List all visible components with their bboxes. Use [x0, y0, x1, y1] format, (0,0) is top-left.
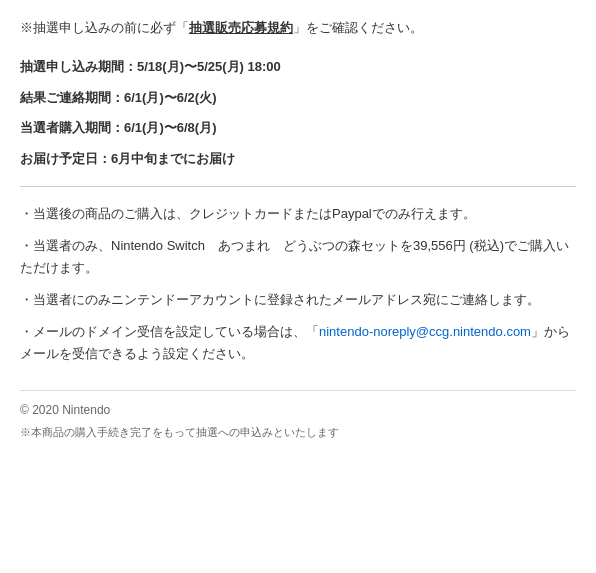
info-text-3: ・当選者にのみニンテンドーアカウントに登録されたメールアドレス宛にご連絡します。 [20, 292, 540, 307]
main-container: ※抽選申し込みの前に必ず「抽選販売応募規約」をご確認ください。 抽選申し込み期間… [0, 0, 596, 450]
schedule-label-3: 当選者購入期間： [20, 120, 124, 135]
info-section: ・当選後の商品のご購入は、クレジットカードまたはPaypalでのみ行えます。 ・… [20, 203, 576, 366]
schedule-item-4: お届け予定日：6月中旬までにお届け [20, 149, 576, 170]
divider [20, 186, 576, 187]
info-text-2: ・当選者のみ、Nintendo Switch あつまれ どうぶつの森セットを39… [20, 238, 569, 275]
schedule-value-1: 5/18(月)〜5/25(月) 18:00 [137, 59, 281, 74]
copyright: © 2020 Nintendo [20, 403, 576, 417]
schedule-value-4: 6月中旬までにお届け [111, 151, 235, 166]
info-text-1: ・当選後の商品のご購入は、クレジットカードまたはPaypalでのみ行えます。 [20, 206, 476, 221]
info-text-4-prefix: ・メールのドメイン受信を設定している場合は、「 [20, 324, 319, 339]
notice-suffix: 」をご確認ください。 [293, 20, 423, 35]
schedule-label-4: お届け予定日： [20, 151, 111, 166]
schedule-item-3: 当選者購入期間：6/1(月)〜6/8(月) [20, 118, 576, 139]
notice-prefix: ※抽選申し込みの前に必ず「 [20, 20, 189, 35]
schedule-section: 抽選申し込み期間：5/18(月)〜5/25(月) 18:00 結果ご連絡期間：6… [20, 57, 576, 170]
schedule-label-2: 結果ご連絡期間： [20, 90, 124, 105]
info-item-4: ・メールのドメイン受信を設定している場合は、「nintendo-noreply@… [20, 321, 576, 365]
info-item-1: ・当選後の商品のご購入は、クレジットカードまたはPaypalでのみ行えます。 [20, 203, 576, 225]
schedule-value-2: 6/1(月)〜6/2(火) [124, 90, 216, 105]
footnote: ※本商品の購入手続き完了をもって抽選への申込みといたします [20, 425, 576, 440]
schedule-item-1: 抽選申し込み期間：5/18(月)〜5/25(月) 18:00 [20, 57, 576, 78]
rules-link[interactable]: 抽選販売応募規約 [189, 20, 293, 35]
schedule-value-3: 6/1(月)〜6/8(月) [124, 120, 216, 135]
info-item-2: ・当選者のみ、Nintendo Switch あつまれ どうぶつの森セットを39… [20, 235, 576, 279]
schedule-label-1: 抽選申し込み期間： [20, 59, 137, 74]
schedule-item-2: 結果ご連絡期間：6/1(月)〜6/2(火) [20, 88, 576, 109]
top-notice: ※抽選申し込みの前に必ず「抽選販売応募規約」をご確認ください。 [20, 18, 576, 39]
nintendo-email-link[interactable]: nintendo-noreply@ccg.nintendo.com [319, 324, 531, 339]
info-item-3: ・当選者にのみニンテンドーアカウントに登録されたメールアドレス宛にご連絡します。 [20, 289, 576, 311]
footer: © 2020 Nintendo ※本商品の購入手続き完了をもって抽選への申込みと… [20, 390, 576, 440]
